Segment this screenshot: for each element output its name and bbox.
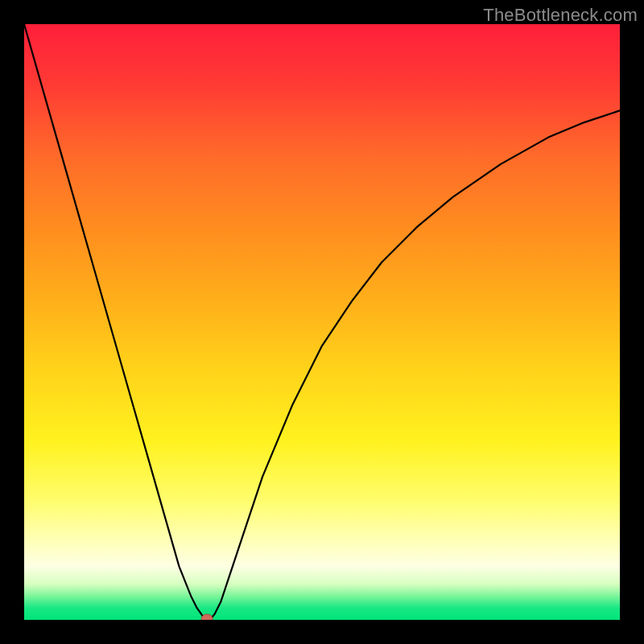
watermark-text: TheBottleneck.com	[483, 5, 638, 26]
minimum-marker-icon	[201, 614, 213, 620]
bottleneck-curve	[24, 24, 620, 619]
chart-stage: TheBottleneck.com	[0, 0, 644, 644]
curve-layer	[24, 24, 620, 620]
plot-area	[24, 24, 620, 620]
